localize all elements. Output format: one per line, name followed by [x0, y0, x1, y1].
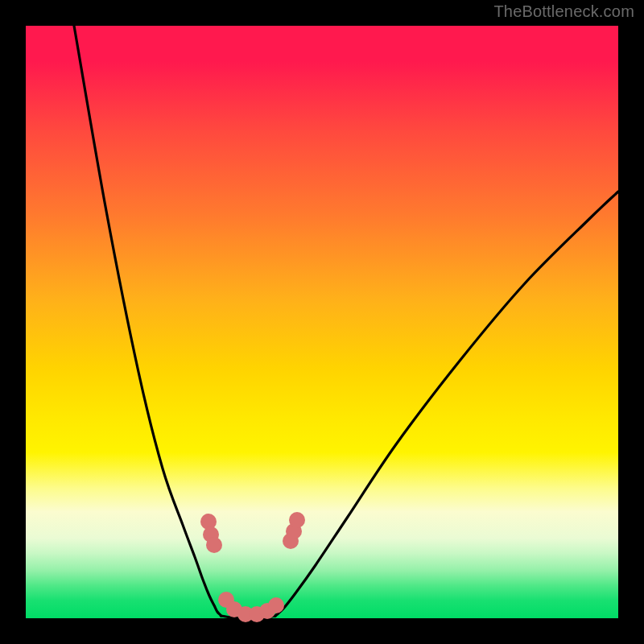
watermark-text: TheBottleneck.com: [493, 2, 634, 21]
curve-path: [74, 26, 618, 618]
data-point-marker: [206, 537, 222, 553]
markers-group: [200, 512, 305, 622]
chart-svg: [26, 26, 618, 618]
plot-area: [26, 26, 618, 618]
data-point-marker: [268, 597, 284, 613]
curve-group: [74, 26, 618, 618]
outer-frame: TheBottleneck.com: [0, 0, 644, 644]
data-point-marker: [289, 512, 305, 528]
